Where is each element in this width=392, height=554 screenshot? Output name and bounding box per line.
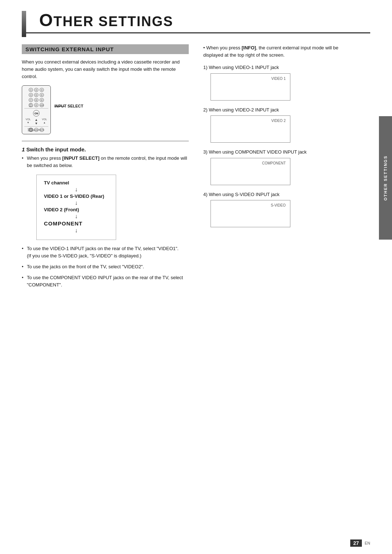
- intro-text: When you connect external devices includ…: [22, 58, 189, 80]
- title-underline: [22, 32, 370, 33]
- main-content: SWITCHING EXTERNAL INPUT When you connec…: [0, 37, 392, 300]
- remote-btn-100: +100: [40, 103, 44, 107]
- input-mode-arrow-2: ↓: [44, 200, 109, 206]
- remote-btn-0: 0: [34, 103, 38, 107]
- bullet-video1: To use the VIDEO-1 INPUT jacks on the re…: [22, 245, 189, 260]
- remote-btn-2: 2: [34, 88, 38, 92]
- input-mode-arrow-3: ↓: [44, 213, 109, 220]
- remote-btn-5: 5: [34, 93, 38, 97]
- title-first-letter: O: [39, 11, 53, 30]
- page-title: OTHER SETTINGS: [39, 11, 370, 30]
- input-mode-arrow-1: ↓: [44, 186, 109, 193]
- remote-btn-6: 6: [40, 93, 44, 97]
- remote-vol-row: VOL▼ ▲▼ VOL▲: [24, 118, 48, 125]
- side-tab-text: OTHER SETTINGS: [383, 155, 388, 201]
- input-mode-tv: TV channel: [44, 180, 109, 186]
- remote-bottom-btns: INPUT SELECT SLEEP MUTE: [24, 128, 48, 132]
- step1-bullets: When you press [INPUT SELECT] on the rem…: [22, 155, 189, 169]
- remote-btn-7: 7: [29, 98, 33, 102]
- remote-btn-8: 8: [34, 98, 38, 102]
- display-item-1: 1) When using VIDEO-1 INPUT jack VIDEO 1: [203, 64, 359, 101]
- remote-btn-3: 3: [40, 88, 44, 92]
- bullet-input-select: When you press [INPUT SELECT] on the rem…: [22, 155, 189, 169]
- remote-input-select-btn: INPUT SELECT: [29, 128, 33, 132]
- remote-diagram: 1 2 3 4 5 6 7 8 9 CH RET: [22, 85, 189, 134]
- bullet-component: To use the COMPONENT VIDEO INPUT jacks o…: [22, 274, 189, 289]
- display-screen-text-4: S-VIDEO: [271, 203, 286, 207]
- header-section: OTHER SETTINGS: [0, 0, 392, 37]
- remote-sleep-btn: SLEEP: [34, 128, 38, 132]
- display-screen-text-1: VIDEO 1: [271, 77, 286, 81]
- remote-divider-2: [24, 126, 48, 127]
- page-number: 27: [350, 539, 362, 547]
- display-screen-text-3: COMPONENT: [262, 161, 286, 165]
- display-item-2: 2) When using VIDEO-2 INPUT jack VIDEO 2: [203, 106, 359, 143]
- input-select-label: INPUT SELECT: [54, 104, 83, 108]
- display-item-3: 3) When using COMPONENT VIDEO INPUT jack…: [203, 148, 359, 185]
- right-intro: • When you press [INFO], the current ext…: [203, 44, 359, 59]
- section-heading: SWITCHING EXTERNAL INPUT: [22, 44, 189, 54]
- display-screen-2: VIDEO 2: [211, 115, 290, 143]
- page-en-label: EN: [365, 541, 370, 545]
- display-screen-text-2: VIDEO 2: [271, 119, 286, 123]
- remote-mute-btn: MUTE: [40, 128, 44, 132]
- display-label-1: 1) When using VIDEO-1 INPUT jack: [203, 64, 359, 71]
- header-bar-decoration: [22, 11, 26, 37]
- bullet-video2: To use the jacks on the front of the TV,…: [22, 263, 189, 270]
- display-screen-3: COMPONENT: [211, 158, 290, 185]
- display-label-2: 2) When using VIDEO-2 INPUT jack: [203, 106, 359, 114]
- display-label-4: 4) When using S-VIDEO INPUT jack: [203, 191, 359, 198]
- input-select-label-area: INPUT SELECT: [54, 106, 83, 108]
- display-label-3: 3) When using COMPONENT VIDEO INPUT jack: [203, 148, 359, 156]
- input-mode-video1: VIDEO 1 or S-VIDEO (Rear): [44, 194, 109, 199]
- page-footer: 27 EN: [350, 539, 370, 547]
- remote-control: 1 2 3 4 5 6 7 8 9 CH RET: [22, 85, 51, 134]
- remote-power-btn: ON: [33, 110, 40, 117]
- section-divider: [22, 141, 189, 141]
- remote-divider-1: [24, 108, 48, 109]
- more-bullets: To use the VIDEO-1 INPUT jacks on the re…: [22, 245, 189, 289]
- step-number: 1 Switch the input mode.: [22, 146, 189, 152]
- left-column: SWITCHING EXTERNAL INPUT When you connec…: [22, 44, 189, 292]
- input-mode-diagram: TV channel ↓ VIDEO 1 or S-VIDEO (Rear) ↓…: [36, 175, 116, 240]
- input-mode-component: COMPONENT: [44, 220, 109, 227]
- remote-btn-ch-ret: CH RET: [29, 103, 33, 107]
- display-screen-1: VIDEO 1: [211, 73, 290, 101]
- input-mode-arrow-4: ↓: [44, 227, 109, 234]
- page-container: OTHER SETTINGS OTHER SETTINGS SWITCHING …: [0, 0, 392, 554]
- remote-btn-4: 4: [29, 93, 33, 97]
- display-item-4: 4) When using S-VIDEO INPUT jack S-VIDEO: [203, 191, 359, 228]
- side-tab: OTHER SETTINGS: [379, 116, 392, 240]
- remote-btn-1: 1: [29, 88, 33, 92]
- remote-power-area: ON: [24, 110, 48, 117]
- input-mode-video2: VIDEO 2 (Front): [44, 207, 109, 212]
- right-column: • When you press [INFO], the current ext…: [203, 44, 359, 292]
- remote-btn-9: 9: [40, 98, 44, 102]
- display-screen-4: S-VIDEO: [211, 200, 290, 227]
